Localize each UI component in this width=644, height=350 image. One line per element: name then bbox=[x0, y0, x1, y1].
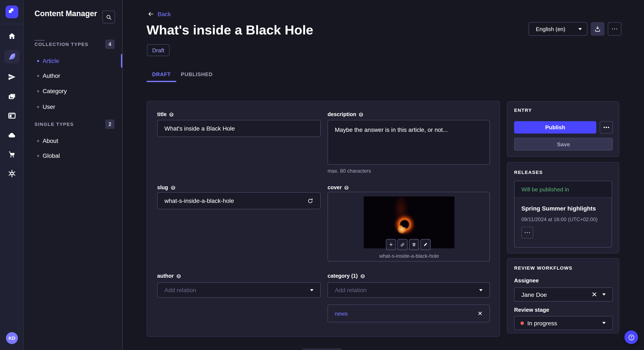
help-button[interactable]: ? bbox=[624, 331, 638, 344]
tab-draft[interactable]: DRAFT bbox=[146, 68, 176, 81]
globe-icon bbox=[360, 274, 365, 278]
chevron-down-icon bbox=[479, 289, 482, 291]
export-button[interactable] bbox=[591, 22, 604, 36]
main-nav: KD bbox=[0, 0, 24, 350]
locale-select[interactable]: English (en) bbox=[528, 22, 587, 36]
sidebar-item-label: Global bbox=[42, 152, 60, 159]
author-placeholder: Add relation bbox=[164, 287, 196, 293]
sidebar-item-label: About bbox=[42, 137, 58, 144]
assignee-label: Assignee bbox=[514, 277, 539, 284]
description-field-label: description bbox=[328, 111, 364, 117]
bottom-pill-button[interactable] bbox=[301, 348, 343, 350]
category-relation-select[interactable]: Add relation bbox=[328, 282, 490, 298]
sidebar-item-article[interactable]: Article bbox=[37, 57, 59, 65]
entry-heading: ENTRY bbox=[514, 108, 532, 113]
home-icon[interactable] bbox=[8, 32, 16, 40]
plus-icon bbox=[389, 242, 393, 247]
category-placeholder: Add relation bbox=[335, 287, 366, 293]
author-field-label: author bbox=[157, 273, 181, 279]
bullet-icon bbox=[37, 106, 39, 108]
review-workflows-panel: REVIEW WORKFLOWS Assignee Jane Doe ✕ Rev… bbox=[507, 258, 619, 334]
title-field-label: title bbox=[157, 111, 174, 117]
save-button[interactable]: Save bbox=[514, 138, 613, 151]
release-card: Will be published in Spring Summer highl… bbox=[514, 181, 612, 247]
add-media-button[interactable] bbox=[386, 239, 396, 250]
globe-icon bbox=[169, 112, 174, 117]
sidebar-item-label: User bbox=[42, 103, 55, 110]
release-more-button[interactable] bbox=[521, 227, 533, 239]
trash-icon bbox=[412, 242, 416, 247]
section-collection-types: COLLECTION TYPES bbox=[34, 42, 88, 47]
regenerate-icon[interactable] bbox=[307, 197, 314, 204]
svg-text:?: ? bbox=[630, 336, 632, 339]
download-icon bbox=[594, 25, 601, 32]
sidebar-item-label: Author bbox=[42, 72, 60, 79]
active-tab-underline bbox=[146, 81, 176, 82]
edit-form-card: title What's inside a Black Hole descrip… bbox=[146, 101, 500, 337]
field-label-text: slug bbox=[157, 184, 168, 190]
tab-published-label: PUBLISHED bbox=[181, 71, 213, 77]
cloud-icon[interactable] bbox=[8, 131, 16, 140]
sidebar-item-global[interactable]: Global bbox=[37, 151, 60, 160]
single-types-count-badge: 2 bbox=[105, 120, 114, 129]
title-input[interactable]: What's inside a Black Hole bbox=[157, 120, 321, 137]
relation-link-news[interactable]: news bbox=[335, 310, 348, 317]
page-title: What's inside a Black Hole bbox=[146, 22, 313, 38]
app-window: KD Content Manager COLLECTION TYPES 4 Ar… bbox=[0, 0, 644, 350]
slug-input[interactable]: what-s-inside-a-black-hole bbox=[157, 192, 321, 209]
tab-published[interactable]: PUBLISHED bbox=[176, 68, 217, 81]
assignee-value: Jane Doe bbox=[521, 291, 547, 298]
delete-media-button[interactable] bbox=[409, 239, 419, 250]
assignee-select[interactable]: Jane Doe ✕ bbox=[514, 288, 613, 302]
content-type-builder-icon[interactable] bbox=[8, 111, 16, 120]
cover-media-box: what-s-inside-a-black-hole bbox=[328, 192, 490, 262]
globe-icon bbox=[170, 185, 175, 190]
entry-more-button[interactable] bbox=[600, 121, 613, 134]
field-label-text: description bbox=[328, 111, 356, 117]
back-link[interactable]: Back bbox=[147, 11, 171, 17]
field-label-text: author bbox=[157, 273, 174, 279]
chevron-down-icon bbox=[602, 293, 606, 296]
sidebar-item-about[interactable]: About bbox=[37, 137, 58, 145]
edit-media-button[interactable] bbox=[420, 239, 430, 250]
user-avatar[interactable]: KD bbox=[6, 332, 18, 344]
author-relation-select[interactable]: Add relation bbox=[157, 282, 321, 298]
description-textarea[interactable]: Maybe the answer is in this article, or … bbox=[328, 120, 490, 165]
sidebar-item-user[interactable]: User bbox=[37, 103, 55, 111]
clear-assignee-icon[interactable]: ✕ bbox=[592, 291, 597, 298]
review-stage-select[interactable]: In progress bbox=[514, 316, 613, 330]
pencil-icon bbox=[423, 242, 428, 247]
section-single-types: SINGLE TYPES bbox=[34, 122, 74, 127]
release-name: Spring Summer highlights bbox=[521, 205, 596, 212]
cart-icon[interactable] bbox=[8, 150, 16, 159]
send-icon[interactable] bbox=[8, 73, 16, 81]
remove-relation-icon[interactable]: ✕ bbox=[478, 311, 482, 316]
collection-types-count-badge: 4 bbox=[105, 39, 114, 49]
slug-value: what-s-inside-a-black-hole bbox=[164, 197, 234, 204]
media-library-icon[interactable] bbox=[8, 92, 16, 101]
stage-value: In progress bbox=[527, 320, 557, 326]
back-arrow-icon bbox=[147, 11, 154, 17]
review-stage-label: Review stage bbox=[514, 307, 549, 313]
description-helper: max. 80 characters bbox=[328, 168, 371, 174]
back-label: Back bbox=[158, 11, 171, 17]
sidebar-item-category[interactable]: Category bbox=[37, 87, 67, 95]
bullet-icon bbox=[37, 90, 39, 92]
settings-gear-icon[interactable] bbox=[8, 169, 16, 178]
bullet-icon bbox=[37, 75, 39, 77]
sidebar-item-author[interactable]: Author bbox=[37, 71, 60, 80]
field-label-text: category (1) bbox=[328, 273, 358, 279]
strapi-logo-icon[interactable] bbox=[6, 5, 18, 18]
stage-status-dot bbox=[520, 321, 524, 325]
header-more-button[interactable] bbox=[608, 22, 622, 36]
publish-button[interactable]: Publish bbox=[514, 121, 596, 134]
chevron-down-icon bbox=[602, 322, 606, 324]
search-button[interactable] bbox=[102, 11, 115, 23]
more-icon bbox=[612, 28, 618, 29]
cover-field-label: cover bbox=[328, 184, 349, 190]
locale-value: English (en) bbox=[536, 26, 566, 32]
copy-link-button[interactable] bbox=[398, 239, 408, 250]
help-icon: ? bbox=[628, 334, 635, 341]
content-manager-feather-icon[interactable] bbox=[8, 52, 16, 61]
globe-icon bbox=[359, 112, 364, 117]
